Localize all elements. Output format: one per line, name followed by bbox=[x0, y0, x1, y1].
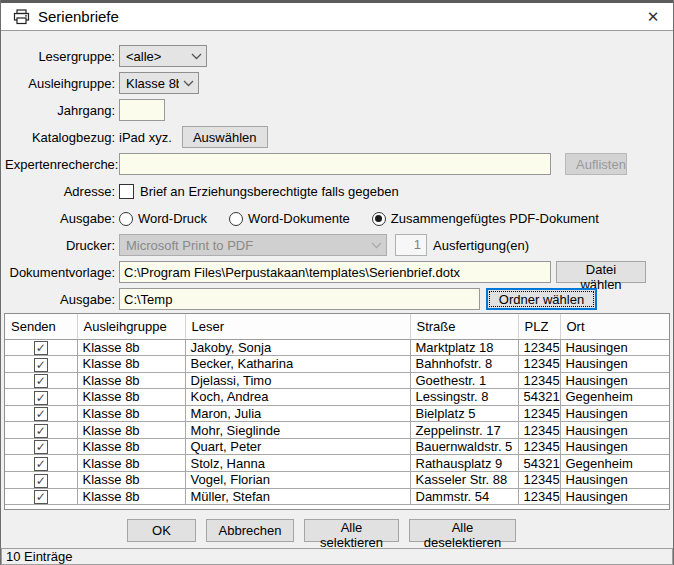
cell-ort: Hausingen bbox=[560, 488, 670, 505]
row-checkbox[interactable]: ✓ bbox=[34, 424, 48, 438]
cell-plz: 12345 bbox=[518, 488, 560, 505]
column-header-stra-e[interactable]: Straße bbox=[410, 314, 518, 339]
row-checkbox[interactable]: ✓ bbox=[34, 490, 48, 504]
table-row[interactable]: ✓Klasse 8bMüller, StefanDammstr. 5412345… bbox=[5, 488, 670, 505]
status-text: 10 Einträge bbox=[6, 549, 73, 564]
cell-leser: Mohr, Sieglinde bbox=[185, 422, 410, 439]
cell-strasse: Dammstr. 54 bbox=[410, 488, 518, 505]
adresse-checkbox-label: Brief an Erziehungsberechtigte falls geg… bbox=[140, 184, 399, 199]
ok-button[interactable]: OK bbox=[127, 519, 196, 542]
radio-icon[interactable] bbox=[372, 212, 386, 226]
jahrgang-input[interactable] bbox=[119, 99, 165, 121]
close-icon[interactable]: ✕ bbox=[641, 5, 665, 29]
table-row[interactable]: ✓Klasse 8bBecker, KatharinaBahnhofstr. 8… bbox=[5, 356, 670, 373]
adresse-checkbox[interactable] bbox=[119, 184, 134, 199]
recipient-table: SendenAusleihgruppeLeserStraßePLZOrt ✓Kl… bbox=[4, 313, 670, 510]
datei-waehlen-button[interactable]: Datei wählen bbox=[556, 261, 646, 283]
radio-icon[interactable] bbox=[119, 212, 133, 226]
cell-ort: Hausingen bbox=[560, 472, 670, 489]
cell-plz: 54321 bbox=[518, 389, 560, 406]
select-all-button[interactable]: Alle selektieren bbox=[304, 519, 399, 542]
cell-ausleihgruppe: Klasse 8b bbox=[77, 339, 185, 356]
auflisten-button[interactable]: Auflisten bbox=[565, 153, 627, 175]
row-dokumentvorlage: Dokumentvorlage: Datei wählen bbox=[1, 261, 673, 283]
ausgabe-pfad-label: Ausgabe: bbox=[5, 292, 119, 307]
table-row[interactable]: ✓Klasse 8bStolz, HannaRathausplatz 95432… bbox=[5, 455, 670, 472]
table-row[interactable]: ✓Klasse 8bVogel, FlorianKasseler Str. 88… bbox=[5, 472, 670, 489]
row-checkbox[interactable]: ✓ bbox=[34, 407, 48, 421]
cell-ausleihgruppe: Klasse 8b bbox=[77, 372, 185, 389]
table-row[interactable]: ✓Klasse 8bMohr, SieglindeZeppelinstr. 17… bbox=[5, 422, 670, 439]
row-checkbox[interactable]: ✓ bbox=[34, 474, 48, 488]
dokumentvorlage-input[interactable] bbox=[119, 261, 551, 283]
cell-strasse: Marktplatz 18 bbox=[410, 339, 518, 356]
drucker-select[interactable]: Microsoft Print to PDF bbox=[119, 234, 387, 256]
cell-leser: Müller, Stefan bbox=[185, 488, 410, 505]
row-checkbox[interactable]: ✓ bbox=[34, 391, 48, 405]
table-row[interactable]: ✓Klasse 8bJakoby, SonjaMarktplatz 181234… bbox=[5, 339, 670, 356]
row-expertenrecherche: Expertenrecherche: Auflisten bbox=[1, 153, 673, 175]
ausleihgruppe-select[interactable]: Klasse 8b bbox=[119, 72, 199, 94]
radio-icon[interactable] bbox=[229, 212, 243, 226]
chevron-down-icon bbox=[371, 242, 382, 249]
table-row[interactable]: ✓Klasse 8bDjelassi, TimoGoethestr. 11234… bbox=[5, 372, 670, 389]
column-header-plz[interactable]: PLZ bbox=[518, 314, 560, 339]
cell-strasse: Rathausplatz 9 bbox=[410, 455, 518, 472]
ausgabe-pfad-input[interactable] bbox=[119, 288, 480, 310]
row-checkbox[interactable]: ✓ bbox=[34, 440, 48, 454]
lesergruppe-select[interactable]: <alle> bbox=[119, 45, 207, 67]
cell-strasse: Zeppelinstr. 17 bbox=[410, 422, 518, 439]
radio-zusammengef-gtes-pdf-dokument[interactable]: Zusammengefügtes PDF-Dokument bbox=[372, 211, 599, 226]
ausfertigung-spinner[interactable]: 1 bbox=[395, 234, 427, 256]
deselect-all-button[interactable]: Alle deselektieren bbox=[409, 519, 516, 542]
cell-senden: ✓ bbox=[5, 455, 77, 472]
row-checkbox[interactable]: ✓ bbox=[34, 341, 48, 355]
table-header-row: SendenAusleihgruppeLeserStraßePLZOrt bbox=[5, 314, 670, 339]
cell-senden: ✓ bbox=[5, 405, 77, 422]
ordner-waehlen-button[interactable]: Ordner wählen bbox=[486, 288, 597, 310]
cell-plz: 12345 bbox=[518, 405, 560, 422]
radio-word-druck[interactable]: Word-Druck bbox=[119, 211, 207, 226]
status-bar: 10 Einträge bbox=[1, 548, 673, 565]
column-header-senden[interactable]: Senden bbox=[5, 314, 77, 339]
cell-leser: Stolz, Hanna bbox=[185, 455, 410, 472]
row-ausgabe-pfad: Ausgabe: Ordner wählen bbox=[1, 288, 673, 310]
expertenrecherche-label: Expertenrecherche: bbox=[5, 157, 119, 172]
cell-strasse: Lessingstr. 8 bbox=[410, 389, 518, 406]
chevron-down-icon bbox=[183, 80, 194, 87]
cell-leser: Jakoby, Sonja bbox=[185, 339, 410, 356]
table-row[interactable]: ✓Klasse 8bKoch, AndreaLessingstr. 854321… bbox=[5, 389, 670, 406]
auswaehlen-button[interactable]: Auswählen bbox=[182, 126, 268, 148]
row-katalogbezug: Katalogbezug: iPad xyz. Auswählen bbox=[1, 126, 673, 148]
column-header-leser[interactable]: Leser bbox=[185, 314, 410, 339]
radio-word-dokumente[interactable]: Word-Dokumente bbox=[229, 211, 350, 226]
cell-plz: 12345 bbox=[518, 438, 560, 455]
cell-leser: Vogel, Florian bbox=[185, 472, 410, 489]
column-header-ort[interactable]: Ort bbox=[560, 314, 670, 339]
table-row[interactable]: ✓Klasse 8bMaron, JuliaBielplatz 512345Ha… bbox=[5, 405, 670, 422]
cell-ort: Gegenheim bbox=[560, 389, 670, 406]
cancel-button[interactable]: Abbrechen bbox=[206, 519, 294, 542]
row-checkbox[interactable]: ✓ bbox=[34, 457, 48, 471]
column-header-ausleihgruppe[interactable]: Ausleihgruppe bbox=[77, 314, 185, 339]
dialog-button-row: OK Abbrechen Alle selektieren Alle desel… bbox=[1, 510, 673, 548]
form-area: Lesergruppe: <alle> Ausleihgruppe: Klass… bbox=[1, 31, 673, 310]
cell-ort: Hausingen bbox=[560, 356, 670, 373]
cell-ort: Hausingen bbox=[560, 339, 670, 356]
lesergruppe-label: Lesergruppe: bbox=[5, 49, 119, 64]
window-title: Serienbriefe bbox=[38, 8, 119, 25]
ausgabe-mode-label: Ausgabe: bbox=[5, 211, 119, 226]
row-checkbox[interactable]: ✓ bbox=[34, 374, 48, 388]
expertenrecherche-input[interactable] bbox=[119, 153, 551, 175]
dokumentvorlage-label: Dokumentvorlage: bbox=[5, 265, 119, 280]
row-checkbox[interactable]: ✓ bbox=[34, 358, 48, 372]
cell-strasse: Bielplatz 5 bbox=[410, 405, 518, 422]
cell-ausleihgruppe: Klasse 8b bbox=[77, 405, 185, 422]
cell-ausleihgruppe: Klasse 8b bbox=[77, 488, 185, 505]
cell-ausleihgruppe: Klasse 8b bbox=[77, 356, 185, 373]
cell-senden: ✓ bbox=[5, 488, 77, 505]
row-lesergruppe: Lesergruppe: <alle> bbox=[1, 45, 673, 67]
lesergruppe-value: <alle> bbox=[126, 49, 187, 64]
row-drucker: Drucker: Microsoft Print to PDF 1 Ausfer… bbox=[1, 234, 673, 256]
table-row[interactable]: ✓Klasse 8bQuart, PeterBauernwaldstr. 512… bbox=[5, 438, 670, 455]
